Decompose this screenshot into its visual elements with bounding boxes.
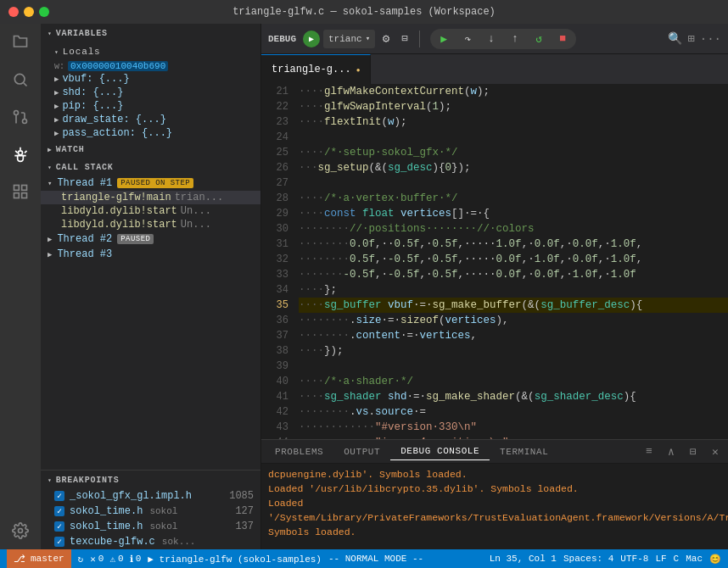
code-line-39 [299, 359, 728, 374]
svg-rect-7 [22, 193, 27, 198]
status-debug-section[interactable]: ⎇ master [7, 549, 71, 568]
frame-2[interactable]: libdyld.dylib!start Un... [41, 204, 260, 218]
editor-search-icon[interactable]: 🔍 [668, 31, 682, 46]
debug-config-dropdown[interactable]: trianc ▾ [323, 30, 375, 48]
watch-header[interactable]: ▶ WATCH [41, 140, 260, 158]
toolbar-separator [419, 31, 420, 47]
status-errors[interactable]: ✕ 0 ⚠ 0 ℹ 0 [90, 554, 141, 565]
tab-terminal[interactable]: TERMINAL [490, 443, 558, 460]
tab-triangle-glfw[interactable]: triangle-g... ● [261, 54, 371, 84]
svg-line-1 [24, 83, 27, 86]
panel-scroll-up-icon[interactable]: ∧ [662, 443, 680, 461]
code-line-40: ····/*·a·shader·*/ [299, 374, 728, 389]
code-line-31: ········0.0f,··0.5f,·0.5f,·····1.0f,·0.0… [299, 237, 728, 252]
window-controls [8, 7, 49, 17]
tab-output[interactable]: OUTPUT [333, 443, 390, 460]
status-lang[interactable]: C [674, 554, 680, 564]
code-line-35: ➤ ····sg_buffer vbuf·=·sg_make_buffer(&(… [299, 298, 728, 313]
var-vbuf[interactable]: ▶ vbuf: {...} [41, 72, 260, 86]
editor-more-icon[interactable]: ··· [700, 32, 721, 46]
main-layout: ▾ VARIABLES ▾ Locals w: 0x00000010040b69… [0, 24, 728, 549]
status-branch-icon: ⎇ [14, 553, 25, 565]
status-os[interactable]: Mac [686, 554, 703, 564]
callstack-header[interactable]: ▾ CALL STACK [41, 158, 260, 175]
activity-settings-icon[interactable] [8, 519, 32, 543]
var-w[interactable]: w: 0x00000010040b690 [41, 60, 260, 72]
panel-filter-icon[interactable]: ≡ [640, 443, 658, 461]
bp-3[interactable]: ✓ sokol_time.h sokol 137 [41, 519, 260, 534]
code-container[interactable]: 21 22 23 24 25 26 27 28 29 30 31 32 33 3… [261, 84, 728, 439]
activity-bar [0, 24, 41, 549]
thread-1[interactable]: ▾ Thread #1 PAUSED ON STEP [41, 175, 260, 191]
svg-rect-6 [22, 186, 27, 191]
breakpoints-header[interactable]: ▾ BREAKPOINTS [41, 471, 260, 488]
activity-search-icon[interactable] [8, 68, 32, 92]
bp-1[interactable]: ✓ _sokol_gfx_gl.impl.h 1085 [41, 488, 260, 504]
code-line-32: ········0.5f,·-0.5f,·0.5f,·····0.0f,·1.0… [299, 252, 728, 267]
close-button[interactable] [8, 7, 19, 17]
code-line-23: ····flextInit(w); [299, 114, 728, 130]
status-spaces[interactable]: Spaces: 4 [563, 554, 613, 564]
code-line-36: ········.size·=·sizeof(vertices), [299, 313, 728, 328]
code-line-41: ····sg_shader shd·=·sg_make_shader(&(sg_… [299, 389, 728, 404]
locals-header[interactable]: ▾ Locals [41, 42, 260, 60]
maximize-button[interactable] [39, 7, 49, 17]
thread-2[interactable]: ▶ Thread #2 PAUSED [41, 231, 260, 247]
code-line-37: ········.content·=·vertices, [299, 328, 728, 343]
status-encoding[interactable]: UTF-8 [620, 554, 648, 564]
bp-4-checkbox[interactable]: ✓ [54, 537, 64, 547]
panel-tabs: PROBLEMS OUTPUT DEBUG CONSOLE TERMINAL ≡… [261, 440, 728, 464]
code-line-22: ····glfwSwapInterval(1); [299, 99, 728, 114]
tab-debug-console[interactable]: DEBUG CONSOLE [390, 443, 490, 460]
console-line-3: Loaded '/System/Library/PrivateFramework… [268, 496, 721, 539]
debug-gear-icon[interactable]: ⚙ [378, 31, 394, 47]
activity-debug-icon[interactable] [8, 142, 32, 166]
var-shd[interactable]: ▶ shd: {...} [41, 86, 260, 99]
bp-2[interactable]: ✓ sokol_time.h sokol 127 [41, 504, 260, 519]
var-pass-action[interactable]: ▶ pass_action: {...} [41, 126, 260, 140]
status-debug-label[interactable]: ▶ triangle-glfw (sokol-samples) [148, 554, 322, 565]
svg-point-4 [19, 151, 23, 155]
activity-extensions-icon[interactable] [8, 180, 32, 203]
panel-actions: ≡ ∧ ⊟ ✕ [640, 443, 725, 461]
variables-section: ▾ VARIABLES ▾ Locals w: 0x00000010040b69… [41, 24, 260, 140]
frame-1[interactable]: triangle-glfw!main trian... [41, 191, 260, 204]
tab-bar: triangle-g... ● [261, 54, 728, 84]
status-cursor[interactable]: Ln 35, Col 1 [490, 554, 557, 564]
activity-scm-icon[interactable] [8, 105, 32, 129]
activity-explorer-icon[interactable] [8, 31, 32, 54]
bp-1-checkbox[interactable]: ✓ [54, 491, 64, 501]
status-bar: ⎇ master ↻ ✕ 0 ⚠ 0 ℹ 0 ▶ triangle-glfw (… [0, 549, 728, 568]
status-line-ending[interactable]: LF [655, 554, 666, 564]
debug-step-over-button[interactable]: ↷ [459, 31, 476, 47]
panel-split-icon[interactable]: ⊟ [684, 443, 703, 461]
debug-toolbar: DEBUG ▶ trianc ▾ ⚙ ⊟ ▶ ↷ ↓ ↑ ↺ ■ 🔍 ⊞ ··· [261, 24, 728, 54]
bp-3-checkbox[interactable]: ✓ [54, 521, 64, 532]
code-line-21: ····glfwMakeContextCurrent(w); [299, 84, 728, 99]
panel-close-icon[interactable]: ✕ [706, 443, 725, 461]
tab-problems[interactable]: PROBLEMS [265, 443, 333, 460]
code-line-28: ····/*·a·vertex·buffer·*/ [299, 191, 728, 206]
debug-play-button[interactable]: ▶ [303, 31, 320, 47]
debug-step-into-button[interactable]: ↓ [483, 31, 500, 47]
var-pip[interactable]: ▶ pip: {...} [41, 99, 260, 113]
code-line-38: ····}); [299, 343, 728, 359]
code-scroll[interactable]: ····glfwMakeContextCurrent(w); ····glfwS… [295, 84, 728, 439]
minimize-button[interactable] [24, 7, 34, 17]
frame-3[interactable]: libdyld.dylib!start Un... [41, 218, 260, 231]
var-draw-state[interactable]: ▶ draw_state: {...} [41, 113, 260, 126]
debug-stop-button[interactable]: ■ [554, 31, 571, 47]
debug-label: DEBUG [268, 34, 296, 44]
variables-header[interactable]: ▾ VARIABLES [41, 24, 260, 42]
debug-split-icon[interactable]: ⊟ [397, 31, 412, 47]
thread-3[interactable]: ▶ Thread #3 [41, 247, 260, 262]
editor-split-view-icon[interactable]: ⊞ [687, 31, 694, 46]
debug-step-out-button[interactable]: ↑ [507, 31, 524, 47]
breakpoints-section: ▾ BREAKPOINTS ✓ _sokol_gfx_gl.impl.h 108… [41, 470, 260, 549]
bp-4[interactable]: ✓ texcube-glfw.c sok... [41, 534, 260, 549]
status-sync[interactable]: ↻ [78, 554, 84, 565]
bp-2-checkbox[interactable]: ✓ [54, 506, 64, 516]
debug-continue-button[interactable]: ▶ [435, 31, 452, 47]
console-output[interactable]: dcpuengine.dylib'. Symbols loaded. Loade… [261, 464, 728, 549]
debug-restart-button[interactable]: ↺ [530, 31, 547, 47]
